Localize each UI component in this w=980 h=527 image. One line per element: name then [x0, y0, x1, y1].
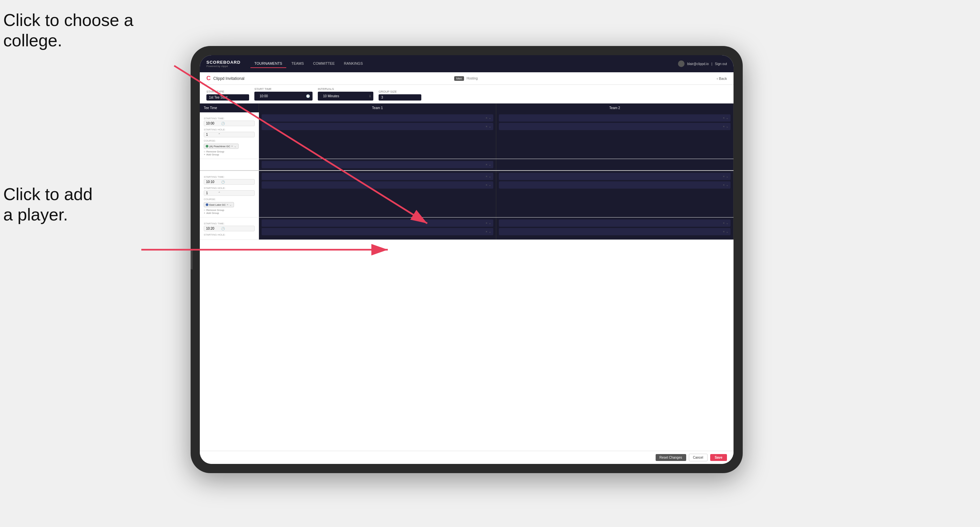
avatar [678, 60, 684, 67]
group-1b-team1: × ⌄ [259, 159, 496, 170]
slot-chevron-icon[interactable]: ⌄ [489, 221, 491, 225]
player-slot[interactable]: × ⌄ [262, 219, 493, 227]
player-slot[interactable]: × ⌄ [499, 123, 730, 130]
table-row: STARTING TIME: 🕐 STARTING HOLE: ⌃ COURSE… [200, 113, 733, 159]
slot-x-icon[interactable]: × [723, 175, 725, 178]
time-icon-3: 🕐 [221, 227, 225, 230]
config-row: Start Type 1st Tee Start Shotgun Start S… [200, 85, 733, 103]
breadcrumb-logo: C [206, 75, 211, 82]
nav-rankings[interactable]: RANKINGS [340, 59, 367, 68]
starting-hole-label-3: STARTING HOLE: [204, 233, 255, 236]
hole-stepper-1[interactable]: ⌃ [218, 133, 221, 137]
slot-chevron-icon[interactable]: ⌄ [726, 221, 729, 225]
slot-chevron-icon[interactable]: ⌄ [489, 125, 491, 128]
player-slot[interactable]: × ⌄ [499, 219, 730, 227]
slot-chevron-icon[interactable]: ⌄ [726, 175, 729, 178]
reset-changes-button[interactable]: Reset Changes [655, 454, 686, 461]
starting-time-input-2: 🕐 [204, 179, 255, 185]
intervals-input[interactable] [320, 93, 368, 99]
group-size-label: Group Size [379, 90, 421, 93]
logo-area: SCOREBOARD Powered by clippd [206, 60, 240, 68]
hole-value-1[interactable] [206, 133, 216, 137]
add-group-2[interactable]: + Add Group [204, 211, 255, 214]
slot-x-icon[interactable]: × [723, 125, 725, 128]
player-slot[interactable]: × ⌄ [262, 181, 493, 189]
group-2-team1: × ⌄ × ⌄ [259, 171, 496, 217]
nav-tournaments[interactable]: TOURNAMENTS [250, 59, 286, 68]
add-group-1[interactable]: + Add Group [204, 153, 255, 156]
player-slot[interactable]: × ⌄ [499, 228, 730, 235]
nav-links: TOURNAMENTS TEAMS COMMITTEE RANKINGS [250, 59, 678, 68]
cancel-button[interactable]: Cancel [689, 454, 708, 461]
header-tee-time: Tee Time [200, 103, 259, 113]
course-remove-1[interactable]: × [231, 144, 233, 148]
start-time-field: Start Time 🕐 [255, 87, 313, 100]
slot-x-icon[interactable]: × [486, 183, 487, 187]
group-3-team1: × ⌄ × ⌄ [259, 217, 496, 240]
annotation-2: Click to add a player. [3, 184, 93, 225]
nav-teams[interactable]: TEAMS [288, 59, 308, 68]
group-1-team2: × ⌄ × ⌄ [496, 113, 733, 159]
table-row: STARTING TIME: 🕐 STARTING HOLE: × ⌄ × ⌄ [200, 217, 733, 240]
time-value-3[interactable] [206, 227, 219, 230]
remove-group-2[interactable]: ○ Remove Group [204, 209, 255, 211]
course-remove-2[interactable]: × [227, 203, 228, 206]
add-label-1: Add Group [206, 153, 219, 156]
hole-stepper-2[interactable]: ⌃ [218, 191, 221, 195]
slot-x-icon[interactable]: × [486, 125, 487, 128]
player-slot[interactable]: × ⌄ [262, 123, 493, 130]
slot-chevron-icon[interactable]: ⌄ [489, 230, 491, 233]
player-slot[interactable]: × ⌄ [262, 114, 493, 122]
sign-out-link[interactable]: Sign out [715, 62, 727, 66]
slot-chevron-icon[interactable]: ⌄ [489, 116, 491, 120]
player-slot[interactable]: × ⌄ [262, 173, 493, 180]
slot-x-icon[interactable]: × [486, 116, 487, 120]
top-nav: SCOREBOARD Powered by clippd TOURNAMENTS… [200, 55, 733, 72]
nav-committee[interactable]: COMMITTEE [309, 59, 339, 68]
slot-x-icon[interactable]: × [723, 221, 725, 225]
table-header: Tee Time Team 1 Team 2 [200, 103, 733, 113]
course-tag-1[interactable]: (A) Peachtree GC × ⌄ [204, 144, 239, 149]
player-slot[interactable]: × ⌄ [499, 181, 730, 189]
start-time-input[interactable] [257, 93, 304, 99]
player-slot[interactable]: × ⌄ [499, 114, 730, 122]
course-name-2: East Lake GC [209, 203, 226, 206]
slot-x-icon[interactable]: × [723, 183, 725, 187]
starting-time-input-3: 🕐 [204, 226, 255, 231]
slot-x-icon[interactable]: × [723, 230, 725, 233]
back-button[interactable]: ‹ Back [717, 76, 727, 81]
slot-chevron-icon[interactable]: ⌄ [726, 230, 729, 233]
slot-chevron-icon[interactable]: ⌄ [726, 125, 729, 128]
hole-value-2[interactable] [206, 191, 216, 195]
course-chevron-1[interactable]: ⌄ [234, 144, 237, 148]
slot-x-icon[interactable]: × [486, 175, 487, 178]
remove-group-1[interactable]: ○ Remove Group [204, 150, 255, 153]
course-tag-2[interactable]: East Lake GC × ⌄ [204, 202, 234, 207]
slot-x-icon[interactable]: × [723, 116, 725, 120]
time-value-2[interactable] [206, 180, 219, 184]
slot-chevron-icon[interactable]: ⌄ [726, 116, 729, 120]
header-team2: Team 2 [496, 103, 733, 113]
group-1-team1: × ⌄ × ⌄ [259, 113, 496, 159]
slot-chevron-icon[interactable]: ⌄ [489, 175, 491, 178]
group-size-select[interactable]: 3 4 2 [379, 94, 421, 100]
player-slot[interactable]: × ⌄ [499, 173, 730, 180]
slot-x-icon[interactable]: × [486, 221, 487, 225]
start-type-select[interactable]: 1st Tee Start Shotgun Start [206, 94, 249, 100]
annotation-1: Click to choose a college. [3, 10, 134, 51]
starting-hole-input-1: ⌃ [204, 132, 255, 137]
header-team1: Team 1 [259, 103, 496, 113]
slot-x-icon[interactable]: × [486, 163, 487, 166]
course-chevron-2[interactable]: ⌄ [229, 203, 232, 206]
player-slot[interactable]: × ⌄ [262, 228, 493, 235]
slot-chevron-icon[interactable]: ⌄ [726, 183, 729, 187]
slot-chevron-icon[interactable]: ⌄ [489, 163, 491, 166]
add-icon-2: + [204, 211, 205, 214]
save-button[interactable]: Save [710, 454, 727, 461]
slot-chevron-icon[interactable]: ⌄ [489, 183, 491, 187]
starting-time-label-3: STARTING TIME: [204, 222, 255, 225]
add-label-2: Add Group [206, 211, 219, 214]
slot-x-icon[interactable]: × [486, 230, 487, 233]
time-value-1[interactable] [206, 122, 219, 125]
player-slot[interactable]: × ⌄ [262, 161, 493, 168]
